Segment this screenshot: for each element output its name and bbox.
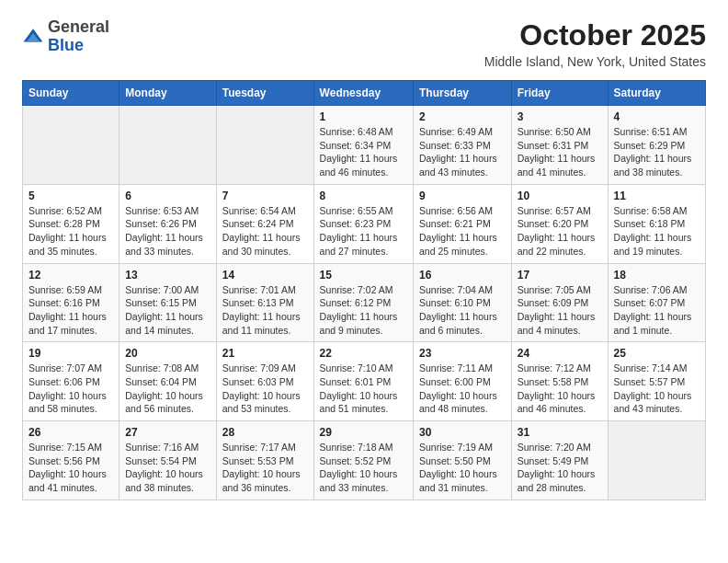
- table-cell: 13Sunrise: 7:00 AM Sunset: 6:15 PM Dayli…: [119, 263, 217, 342]
- day-info: Sunrise: 6:49 AM Sunset: 6:33 PM Dayligh…: [419, 125, 506, 179]
- day-number: 11: [614, 190, 700, 202]
- table-cell: 14Sunrise: 7:01 AM Sunset: 6:13 PM Dayli…: [216, 263, 313, 342]
- day-number: 3: [518, 110, 602, 123]
- day-info: Sunrise: 7:04 AM Sunset: 6:10 PM Dayligh…: [419, 283, 506, 338]
- day-number: 14: [222, 269, 308, 282]
- day-number: 21: [222, 347, 308, 360]
- table-cell: 1Sunrise: 6:48 AM Sunset: 6:34 PM Daylig…: [313, 106, 413, 185]
- table-cell: 22Sunrise: 7:10 AM Sunset: 6:01 PM Dayli…: [313, 342, 413, 421]
- calendar-week-3: 12Sunrise: 6:59 AM Sunset: 6:16 PM Dayli…: [23, 263, 706, 342]
- day-number: 15: [320, 269, 407, 282]
- day-number: 10: [518, 190, 602, 202]
- location: Middle Island, New York, United States: [484, 54, 706, 69]
- weekday-header-thursday: Thursday: [414, 81, 512, 106]
- table-cell: 6Sunrise: 6:53 AM Sunset: 6:26 PM Daylig…: [119, 184, 217, 263]
- day-info: Sunrise: 7:07 AM Sunset: 6:06 PM Dayligh…: [28, 362, 113, 416]
- day-number: 23: [419, 347, 506, 360]
- day-info: Sunrise: 6:53 AM Sunset: 6:26 PM Dayligh…: [125, 204, 210, 259]
- day-info: Sunrise: 6:56 AM Sunset: 6:21 PM Dayligh…: [419, 204, 506, 259]
- day-number: 9: [419, 190, 506, 202]
- table-cell: 4Sunrise: 6:51 AM Sunset: 6:29 PM Daylig…: [608, 106, 705, 185]
- day-info: Sunrise: 6:59 AM Sunset: 6:16 PM Dayligh…: [28, 283, 113, 338]
- day-info: Sunrise: 7:17 AM Sunset: 5:53 PM Dayligh…: [222, 441, 308, 495]
- weekday-header-friday: Friday: [511, 81, 608, 106]
- weekday-header-saturday: Saturday: [608, 81, 705, 106]
- table-cell: 19Sunrise: 7:07 AM Sunset: 6:06 PM Dayli…: [23, 342, 119, 421]
- day-number: 26: [28, 426, 113, 439]
- table-cell: 3Sunrise: 6:50 AM Sunset: 6:31 PM Daylig…: [511, 106, 608, 185]
- day-info: Sunrise: 7:14 AM Sunset: 5:57 PM Dayligh…: [614, 362, 700, 416]
- day-number: 27: [125, 426, 210, 439]
- day-info: Sunrise: 7:19 AM Sunset: 5:50 PM Dayligh…: [419, 441, 506, 495]
- day-number: 8: [320, 190, 407, 202]
- day-info: Sunrise: 7:06 AM Sunset: 6:07 PM Dayligh…: [614, 283, 700, 338]
- day-info: Sunrise: 7:01 AM Sunset: 6:13 PM Dayligh…: [222, 283, 308, 338]
- table-cell: 24Sunrise: 7:12 AM Sunset: 5:58 PM Dayli…: [511, 342, 608, 421]
- weekday-header-row: SundayMondayTuesdayWednesdayThursdayFrid…: [23, 81, 706, 106]
- day-number: 24: [518, 347, 602, 360]
- day-info: Sunrise: 6:55 AM Sunset: 6:23 PM Dayligh…: [320, 204, 407, 259]
- logo-text: General Blue: [48, 18, 109, 55]
- calendar-week-2: 5Sunrise: 6:52 AM Sunset: 6:28 PM Daylig…: [23, 184, 706, 263]
- table-cell: 16Sunrise: 7:04 AM Sunset: 6:10 PM Dayli…: [414, 263, 512, 342]
- calendar-week-5: 26Sunrise: 7:15 AM Sunset: 5:56 PM Dayli…: [23, 421, 706, 500]
- table-cell: 10Sunrise: 6:57 AM Sunset: 6:20 PM Dayli…: [511, 184, 608, 263]
- table-cell: [119, 106, 217, 185]
- day-info: Sunrise: 6:52 AM Sunset: 6:28 PM Dayligh…: [28, 204, 113, 259]
- table-cell: 12Sunrise: 6:59 AM Sunset: 6:16 PM Dayli…: [23, 263, 119, 342]
- table-cell: 20Sunrise: 7:08 AM Sunset: 6:04 PM Dayli…: [119, 342, 217, 421]
- table-cell: 28Sunrise: 7:17 AM Sunset: 5:53 PM Dayli…: [216, 421, 313, 500]
- table-cell: [608, 421, 705, 500]
- day-number: 6: [125, 190, 210, 202]
- day-number: 31: [518, 426, 602, 439]
- day-number: 17: [518, 269, 602, 282]
- day-number: 16: [419, 269, 506, 282]
- month-title: October 2025: [484, 18, 706, 52]
- table-cell: [23, 106, 119, 185]
- day-number: 30: [419, 426, 506, 439]
- table-cell: 27Sunrise: 7:16 AM Sunset: 5:54 PM Dayli…: [119, 421, 217, 500]
- day-info: Sunrise: 7:05 AM Sunset: 6:09 PM Dayligh…: [518, 283, 602, 338]
- day-info: Sunrise: 7:12 AM Sunset: 5:58 PM Dayligh…: [518, 362, 602, 416]
- logo-icon: [22, 26, 44, 48]
- table-cell: 23Sunrise: 7:11 AM Sunset: 6:00 PM Dayli…: [414, 342, 512, 421]
- day-number: 7: [222, 190, 308, 202]
- day-number: 18: [614, 269, 700, 282]
- logo: General Blue: [22, 18, 109, 55]
- day-info: Sunrise: 6:57 AM Sunset: 6:20 PM Dayligh…: [518, 204, 602, 259]
- day-info: Sunrise: 7:16 AM Sunset: 5:54 PM Dayligh…: [125, 441, 210, 495]
- day-info: Sunrise: 7:11 AM Sunset: 6:00 PM Dayligh…: [419, 362, 506, 416]
- day-number: 19: [28, 347, 113, 360]
- logo-general: General: [48, 17, 109, 36]
- calendar-table: SundayMondayTuesdayWednesdayThursdayFrid…: [22, 80, 706, 500]
- day-number: 1: [320, 110, 407, 123]
- day-number: 12: [28, 269, 113, 282]
- day-info: Sunrise: 7:02 AM Sunset: 6:12 PM Dayligh…: [320, 283, 407, 338]
- table-cell: 30Sunrise: 7:19 AM Sunset: 5:50 PM Dayli…: [414, 421, 512, 500]
- table-cell: 15Sunrise: 7:02 AM Sunset: 6:12 PM Dayli…: [313, 263, 413, 342]
- day-info: Sunrise: 7:18 AM Sunset: 5:52 PM Dayligh…: [320, 441, 407, 495]
- table-cell: 8Sunrise: 6:55 AM Sunset: 6:23 PM Daylig…: [313, 184, 413, 263]
- table-cell: 11Sunrise: 6:58 AM Sunset: 6:18 PM Dayli…: [608, 184, 705, 263]
- day-info: Sunrise: 7:09 AM Sunset: 6:03 PM Dayligh…: [222, 362, 308, 416]
- table-cell: 5Sunrise: 6:52 AM Sunset: 6:28 PM Daylig…: [23, 184, 119, 263]
- day-number: 20: [125, 347, 210, 360]
- day-number: 13: [125, 269, 210, 282]
- table-cell: 9Sunrise: 6:56 AM Sunset: 6:21 PM Daylig…: [414, 184, 512, 263]
- page-header: General Blue October 2025 Middle Island,…: [22, 18, 706, 69]
- day-number: 22: [320, 347, 407, 360]
- table-cell: 21Sunrise: 7:09 AM Sunset: 6:03 PM Dayli…: [216, 342, 313, 421]
- weekday-header-tuesday: Tuesday: [216, 81, 313, 106]
- day-number: 5: [28, 190, 113, 202]
- day-number: 29: [320, 426, 407, 439]
- day-info: Sunrise: 7:10 AM Sunset: 6:01 PM Dayligh…: [320, 362, 407, 416]
- table-cell: [216, 106, 313, 185]
- table-cell: 29Sunrise: 7:18 AM Sunset: 5:52 PM Dayli…: [313, 421, 413, 500]
- logo-blue: Blue: [48, 36, 84, 54]
- weekday-header-sunday: Sunday: [23, 81, 119, 106]
- table-cell: 18Sunrise: 7:06 AM Sunset: 6:07 PM Dayli…: [608, 263, 705, 342]
- day-number: 25: [614, 347, 700, 360]
- day-info: Sunrise: 6:48 AM Sunset: 6:34 PM Dayligh…: [320, 125, 407, 179]
- calendar-week-4: 19Sunrise: 7:07 AM Sunset: 6:06 PM Dayli…: [23, 342, 706, 421]
- day-info: Sunrise: 6:54 AM Sunset: 6:24 PM Dayligh…: [222, 204, 308, 259]
